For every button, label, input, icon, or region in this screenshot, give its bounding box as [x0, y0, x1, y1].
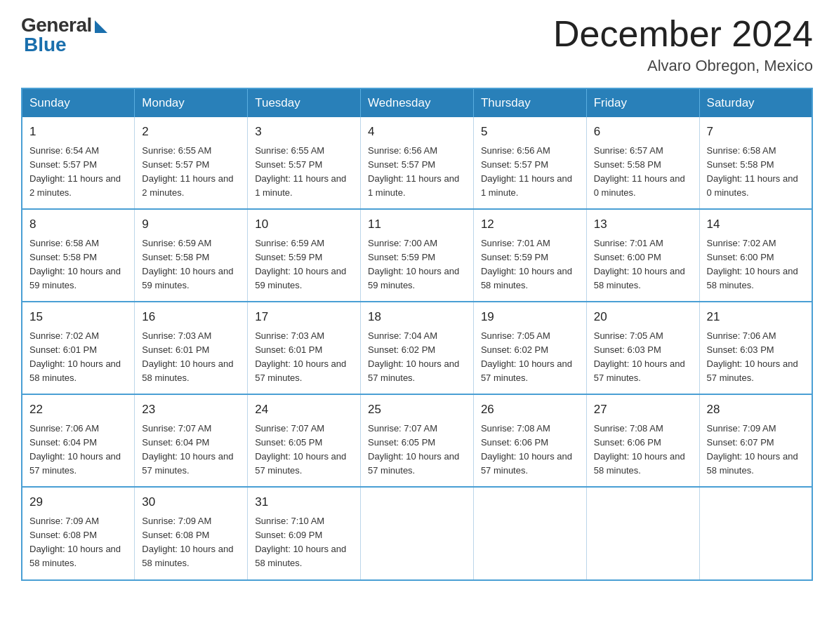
day-number: 20	[594, 308, 692, 326]
day-number: 16	[142, 308, 240, 326]
day-info: Sunrise: 7:02 AMSunset: 6:01 PMDaylight:…	[29, 330, 121, 383]
calendar-cell: 13 Sunrise: 7:01 AMSunset: 6:00 PMDaylig…	[586, 209, 699, 302]
day-info: Sunrise: 6:57 AMSunset: 5:58 PMDaylight:…	[594, 145, 685, 198]
day-number: 12	[481, 215, 579, 234]
calendar-cell: 15 Sunrise: 7:02 AMSunset: 6:01 PMDaylig…	[22, 302, 135, 394]
day-info: Sunrise: 7:06 AMSunset: 6:03 PMDaylight:…	[707, 330, 798, 383]
day-info: Sunrise: 7:05 AMSunset: 6:03 PMDaylight:…	[594, 330, 685, 383]
day-info: Sunrise: 6:56 AMSunset: 5:57 PMDaylight:…	[481, 145, 572, 198]
calendar-cell: 7 Sunrise: 6:58 AMSunset: 5:58 PMDayligh…	[699, 117, 812, 209]
calendar-body: 1 Sunrise: 6:54 AMSunset: 5:57 PMDayligh…	[22, 117, 812, 579]
logo-blue-text: Blue	[21, 34, 67, 56]
day-info: Sunrise: 7:08 AMSunset: 6:06 PMDaylight:…	[594, 423, 685, 476]
day-info: Sunrise: 7:07 AMSunset: 6:04 PMDaylight:…	[142, 423, 233, 476]
calendar-week-row: 22 Sunrise: 7:06 AMSunset: 6:04 PMDaylig…	[22, 394, 812, 487]
day-info: Sunrise: 7:00 AMSunset: 5:59 PMDaylight:…	[368, 238, 459, 290]
weekday-header-row: SundayMondayTuesdayWednesdayThursdayFrid…	[22, 88, 812, 117]
calendar-cell: 12 Sunrise: 7:01 AMSunset: 5:59 PMDaylig…	[473, 209, 586, 302]
day-info: Sunrise: 7:05 AMSunset: 6:02 PMDaylight:…	[481, 330, 572, 383]
weekday-header-saturday: Saturday	[699, 88, 812, 117]
calendar-cell: 19 Sunrise: 7:05 AMSunset: 6:02 PMDaylig…	[473, 302, 586, 394]
calendar-cell: 11 Sunrise: 7:00 AMSunset: 5:59 PMDaylig…	[361, 209, 474, 302]
calendar-cell	[699, 487, 812, 579]
day-number: 21	[707, 308, 805, 326]
page-header: General Blue December 2024 Alvaro Obrego…	[21, 14, 813, 75]
weekday-header-sunday: Sunday	[22, 88, 135, 117]
day-number: 24	[255, 401, 353, 419]
day-number: 27	[594, 401, 692, 419]
day-info: Sunrise: 6:56 AMSunset: 5:57 PMDaylight:…	[368, 145, 459, 198]
calendar-cell: 18 Sunrise: 7:04 AMSunset: 6:02 PMDaylig…	[361, 302, 474, 394]
day-info: Sunrise: 7:10 AMSunset: 6:09 PMDaylight:…	[255, 516, 346, 568]
calendar-cell: 25 Sunrise: 7:07 AMSunset: 6:05 PMDaylig…	[361, 394, 474, 487]
calendar-cell: 9 Sunrise: 6:59 AMSunset: 5:58 PMDayligh…	[135, 209, 248, 302]
day-number: 7	[707, 123, 805, 141]
calendar-cell: 22 Sunrise: 7:06 AMSunset: 6:04 PMDaylig…	[22, 394, 135, 487]
weekday-header-wednesday: Wednesday	[361, 88, 474, 117]
day-info: Sunrise: 7:08 AMSunset: 6:06 PMDaylight:…	[481, 423, 572, 476]
month-title: December 2024	[553, 14, 813, 54]
calendar-cell: 28 Sunrise: 7:09 AMSunset: 6:07 PMDaylig…	[699, 394, 812, 487]
calendar-cell: 14 Sunrise: 7:02 AMSunset: 6:00 PMDaylig…	[699, 209, 812, 302]
day-number: 17	[255, 308, 353, 326]
calendar-week-row: 29 Sunrise: 7:09 AMSunset: 6:08 PMDaylig…	[22, 487, 812, 579]
day-info: Sunrise: 7:09 AMSunset: 6:08 PMDaylight:…	[29, 516, 121, 568]
day-number: 30	[142, 493, 240, 511]
calendar-header: SundayMondayTuesdayWednesdayThursdayFrid…	[22, 88, 812, 117]
calendar-cell	[473, 487, 586, 579]
day-info: Sunrise: 6:54 AMSunset: 5:57 PMDaylight:…	[29, 145, 121, 198]
calendar-table: SundayMondayTuesdayWednesdayThursdayFrid…	[21, 88, 813, 580]
day-number: 26	[481, 401, 579, 419]
calendar-cell: 20 Sunrise: 7:05 AMSunset: 6:03 PMDaylig…	[586, 302, 699, 394]
weekday-header-tuesday: Tuesday	[248, 88, 361, 117]
logo-triangle-icon	[95, 20, 107, 33]
calendar-cell	[586, 487, 699, 579]
calendar-cell: 10 Sunrise: 6:59 AMSunset: 5:59 PMDaylig…	[248, 209, 361, 302]
day-number: 25	[368, 401, 466, 419]
calendar-cell: 21 Sunrise: 7:06 AMSunset: 6:03 PMDaylig…	[699, 302, 812, 394]
day-number: 9	[142, 215, 240, 234]
day-info: Sunrise: 7:02 AMSunset: 6:00 PMDaylight:…	[707, 238, 798, 290]
day-info: Sunrise: 6:58 AMSunset: 5:58 PMDaylight:…	[29, 238, 121, 290]
calendar-cell: 30 Sunrise: 7:09 AMSunset: 6:08 PMDaylig…	[135, 487, 248, 579]
day-number: 13	[594, 215, 692, 234]
day-number: 23	[142, 401, 240, 419]
day-info: Sunrise: 6:59 AMSunset: 5:58 PMDaylight:…	[142, 238, 233, 290]
calendar-cell: 1 Sunrise: 6:54 AMSunset: 5:57 PMDayligh…	[22, 117, 135, 209]
day-number: 8	[29, 215, 127, 234]
day-number: 4	[368, 123, 466, 141]
day-info: Sunrise: 7:07 AMSunset: 6:05 PMDaylight:…	[255, 423, 346, 476]
calendar-cell: 3 Sunrise: 6:55 AMSunset: 5:57 PMDayligh…	[248, 117, 361, 209]
calendar-cell: 16 Sunrise: 7:03 AMSunset: 6:01 PMDaylig…	[135, 302, 248, 394]
calendar-cell: 6 Sunrise: 6:57 AMSunset: 5:58 PMDayligh…	[586, 117, 699, 209]
calendar-week-row: 8 Sunrise: 6:58 AMSunset: 5:58 PMDayligh…	[22, 209, 812, 302]
day-info: Sunrise: 6:58 AMSunset: 5:58 PMDaylight:…	[707, 145, 798, 198]
day-info: Sunrise: 6:55 AMSunset: 5:57 PMDaylight:…	[255, 145, 346, 198]
calendar-cell: 26 Sunrise: 7:08 AMSunset: 6:06 PMDaylig…	[473, 394, 586, 487]
weekday-header-monday: Monday	[135, 88, 248, 117]
day-number: 1	[29, 123, 127, 141]
day-info: Sunrise: 6:59 AMSunset: 5:59 PMDaylight:…	[255, 238, 346, 290]
calendar-cell: 17 Sunrise: 7:03 AMSunset: 6:01 PMDaylig…	[248, 302, 361, 394]
day-info: Sunrise: 7:04 AMSunset: 6:02 PMDaylight:…	[368, 330, 459, 383]
calendar-cell: 27 Sunrise: 7:08 AMSunset: 6:06 PMDaylig…	[586, 394, 699, 487]
day-number: 28	[707, 401, 805, 419]
day-number: 2	[142, 123, 240, 141]
calendar-cell: 5 Sunrise: 6:56 AMSunset: 5:57 PMDayligh…	[473, 117, 586, 209]
day-number: 19	[481, 308, 579, 326]
calendar-cell: 23 Sunrise: 7:07 AMSunset: 6:04 PMDaylig…	[135, 394, 248, 487]
day-info: Sunrise: 7:06 AMSunset: 6:04 PMDaylight:…	[29, 423, 121, 476]
day-number: 22	[29, 401, 127, 419]
calendar-cell	[361, 487, 474, 579]
day-number: 15	[29, 308, 127, 326]
calendar-week-row: 1 Sunrise: 6:54 AMSunset: 5:57 PMDayligh…	[22, 117, 812, 209]
day-info: Sunrise: 7:03 AMSunset: 6:01 PMDaylight:…	[142, 330, 233, 383]
day-info: Sunrise: 7:09 AMSunset: 6:08 PMDaylight:…	[142, 516, 233, 568]
day-number: 18	[368, 308, 466, 326]
day-number: 14	[707, 215, 805, 234]
day-info: Sunrise: 7:07 AMSunset: 6:05 PMDaylight:…	[368, 423, 459, 476]
weekday-header-friday: Friday	[586, 88, 699, 117]
day-number: 11	[368, 215, 466, 234]
day-info: Sunrise: 6:55 AMSunset: 5:57 PMDaylight:…	[142, 145, 233, 198]
calendar-week-row: 15 Sunrise: 7:02 AMSunset: 6:01 PMDaylig…	[22, 302, 812, 394]
